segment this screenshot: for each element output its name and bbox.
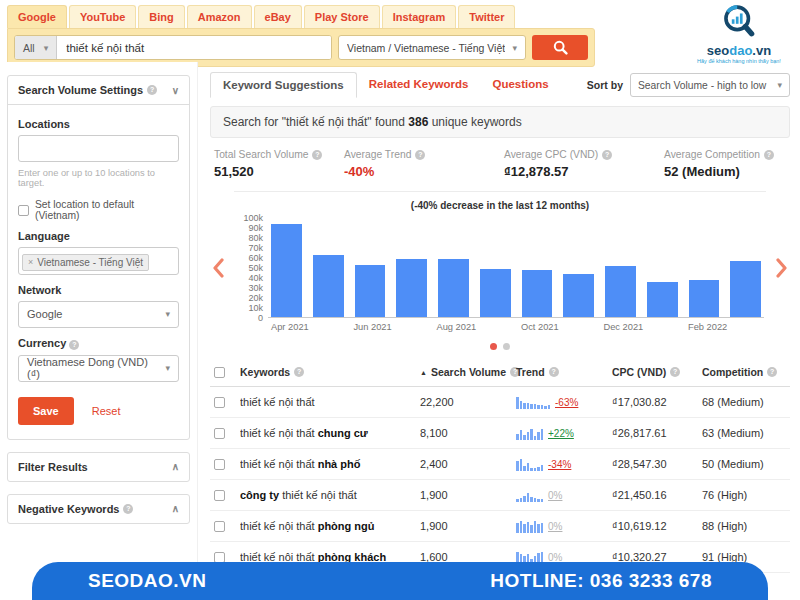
trend-percent[interactable]: -34% [548,459,571,470]
trend-chart: (-40% decrease in the last 12 months) 01… [210,200,790,350]
save-button[interactable]: Save [18,397,74,425]
trend-percent[interactable]: 0% [548,552,562,563]
keyword-cell[interactable]: công ty thiết kế nội thất [240,489,420,501]
sidebar: Search Volume Settings? ∨ Locations Ente… [0,62,198,600]
keyword-text: thiết kế nội thất [279,489,357,501]
keyword-cell[interactable]: thiết kế nội thất chung cư [240,427,420,439]
info-icon[interactable]: ? [670,367,680,377]
info-icon[interactable]: ? [147,85,157,95]
locale-dropdown[interactable]: Vietnam / Vietnamese - Tiếng Việt ▾ [338,35,526,60]
reset-link[interactable]: Reset [92,405,121,417]
row-checkbox[interactable] [214,397,225,408]
result-tab-related-keywords[interactable]: Related Keywords [357,72,481,98]
stat-average-trend: Average Trend?-40% [344,149,504,179]
platform-tab-youtube[interactable]: YouTube [69,5,136,28]
info-icon[interactable]: ? [312,150,322,160]
chart-prev-button[interactable] [212,258,224,282]
search-input[interactable] [57,36,331,59]
platform-tab-play-store[interactable]: Play Store [304,5,380,28]
y-tick-label: 40k [248,273,263,283]
info-icon[interactable]: ? [123,504,133,514]
platform-tab-google[interactable]: Google [7,5,67,28]
trend-percent[interactable]: -63% [555,397,578,408]
row-checkbox[interactable] [214,428,225,439]
locations-input[interactable] [18,135,179,162]
x-axis-label [570,322,593,332]
y-tick-label: 30k [248,283,263,293]
chevron-down-icon: ▾ [165,363,170,373]
chart-next-button[interactable] [776,258,788,282]
search-button[interactable] [532,35,588,60]
search-scope-dropdown[interactable]: All ▾ [15,36,57,59]
currency-select[interactable]: Vietnamese Dong (VND) (₫) ▾ [18,355,179,382]
info-icon[interactable]: ? [294,367,304,377]
info-icon[interactable]: ? [69,340,79,350]
seodao-logo-icon [721,4,757,40]
row-checkbox[interactable] [214,552,225,563]
stat-value: 51,520 [214,164,344,179]
carousel-dot[interactable] [503,343,510,350]
row-checkbox[interactable] [214,521,225,532]
search-volume-cell: 1,900 [420,520,516,532]
keyword-text: phòng ngủ [318,520,375,532]
table-row: công ty thiết kế nội thất1,9000%₫21,450.… [210,480,790,511]
trend-percent[interactable]: 0% [548,490,562,501]
info-icon[interactable]: ? [549,367,559,377]
row-checkbox[interactable] [214,459,225,470]
default-location-checkbox[interactable] [18,205,29,216]
search-summary: Search for "thiết kế nội thất" found 386… [210,106,790,138]
keyword-cell[interactable]: thiết kế nội thất nhà phố [240,458,420,470]
trend-percent[interactable]: +22% [548,428,574,439]
platform-tab-amazon[interactable]: Amazon [187,5,252,28]
chevron-down-icon: ∨ [172,85,179,96]
platform-tab-instagram[interactable]: Instagram [382,5,457,28]
trend-cell: -63% [516,396,612,409]
currency-label: Currency ? [18,337,179,350]
y-tick-label: 50k [248,263,263,273]
summary-count: 386 [408,115,428,129]
panel-header-search-volume-settings[interactable]: Search Volume Settings? ∨ [8,76,189,104]
result-tab-questions[interactable]: Questions [480,72,560,98]
row-checkbox[interactable] [214,490,225,501]
result-tab-keyword-suggestions[interactable]: Keyword Suggestions [210,72,357,98]
y-tick-label: 60k [248,253,263,263]
trend-cell: 0% [516,520,612,533]
platform-tab-ebay[interactable]: eBay [254,5,302,28]
chevron-down-icon: ▾ [777,80,782,90]
col-header-cpc[interactable]: CPC (VND) [612,366,666,378]
trend-sparkline-icon [516,489,543,502]
col-header-search-volume[interactable]: Search Volume [431,366,506,378]
select-all-checkbox[interactable] [214,367,225,378]
stat-value: 52 (Medium) [664,164,774,179]
info-icon[interactable]: ? [767,367,777,377]
platform-tab-bing[interactable]: Bing [138,5,184,28]
stat-total-search-volume: Total Search Volume?51,520 [214,149,344,179]
trend-sparkline-icon [516,427,543,440]
x-axis-label: Oct 2021 [521,322,559,332]
platform-tab-twitter[interactable]: Twitter [458,5,515,28]
language-tag-input[interactable]: ×Vietnamese - Tiếng Việt [18,247,179,275]
keyword-cell[interactable]: thiết kế nội thất phòng ngủ [240,520,420,532]
col-header-competition[interactable]: Competition [702,366,763,378]
trend-percent[interactable]: 0% [548,521,562,532]
info-icon[interactable]: ? [415,150,425,160]
col-header-keywords[interactable]: Keywords [240,366,290,378]
competition-cell: 68 (Medium) [702,396,786,408]
panel-search-volume-settings: Search Volume Settings? ∨ Locations Ente… [7,75,190,440]
col-header-trend[interactable]: Trend [516,366,545,378]
search-volume-cell: 1,900 [420,489,516,501]
info-icon[interactable]: ? [602,150,612,160]
remove-tag-icon[interactable]: × [28,257,33,267]
chevron-up-icon: ∧ [172,461,179,472]
chart-bar-nov-2021 [563,274,594,318]
sort-by-select[interactable]: Search Volume - high to low ▾ [630,73,790,97]
panel-header-filter-results[interactable]: Filter Results ∧ [8,453,189,481]
carousel-dot[interactable] [490,343,497,350]
sort-by: Sort by Search Volume - high to low ▾ [587,73,790,97]
keyword-cell[interactable]: thiết kế nội thất [240,396,420,408]
stat-value: -40% [344,164,504,179]
panel-header-negative-keywords[interactable]: Negative Keywords? ∧ [8,495,189,523]
trend-sparkline-icon [516,520,543,533]
info-icon[interactable]: ? [764,150,774,160]
network-select[interactable]: Google ▾ [18,301,179,328]
